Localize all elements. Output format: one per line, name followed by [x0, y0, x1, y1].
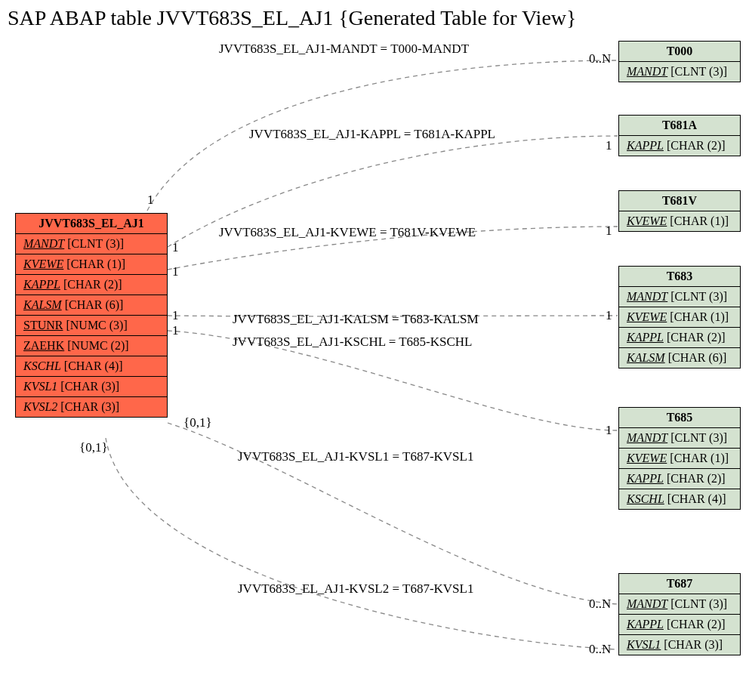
entity-t681a: T681A KAPPL [CHAR (2)] [618, 115, 741, 156]
field-row: KAPPL [CHAR (2)] [619, 136, 740, 156]
cardinality-label: 0..N [589, 642, 611, 657]
field-row: MANDT [CLNT (3)] [619, 428, 740, 449]
field-row: ZAEHK [NUMC (2)] [16, 336, 167, 356]
entity-t683: T683 MANDT [CLNT (3)] KVEWE [CHAR (1)] K… [618, 266, 741, 369]
entity-header: T687 [619, 574, 740, 594]
field-row: KAPPL [CHAR (2)] [619, 328, 740, 348]
relationship-label: JVVT683S_EL_AJ1-KVSL2 = T687-KVSL1 [238, 581, 473, 597]
field-row: KAPPL [CHAR (2)] [619, 469, 740, 489]
field-row: MANDT [CLNT (3)] [619, 62, 740, 82]
entity-header: T000 [619, 42, 740, 62]
relationship-label: JVVT683S_EL_AJ1-KVEWE = T681V-KVEWE [219, 225, 476, 240]
cardinality-label: 0..N [589, 597, 611, 612]
field-row: KALSM [CHAR (6)] [619, 348, 740, 368]
cardinality-label: 1 [172, 308, 179, 323]
field-row: KVEWE [CHAR (1)] [619, 211, 740, 231]
cardinality-label: 1 [172, 323, 179, 338]
relationship-label: JVVT683S_EL_AJ1-KAPPL = T681A-KAPPL [249, 127, 495, 142]
field-row: KSCHL [CHAR (4)] [619, 489, 740, 509]
field-row: KVEWE [CHAR (1)] [619, 449, 740, 469]
entity-main-header: JVVT683S_EL_AJ1 [16, 214, 167, 234]
field-row: KVEWE [CHAR (1)] [16, 254, 167, 275]
field-row: KALSM [CHAR (6)] [16, 295, 167, 316]
field-row: KAPPL [CHAR (2)] [619, 615, 740, 635]
entity-t000: T000 MANDT [CLNT (3)] [618, 41, 741, 82]
field-row: MANDT [CLNT (3)] [16, 234, 167, 254]
cardinality-label: 1 [606, 308, 612, 323]
field-row: KVEWE [CHAR (1)] [619, 307, 740, 328]
cardinality-label: 1 [606, 138, 612, 153]
field-row: KVSL2 [CHAR (3)] [16, 397, 167, 417]
cardinality-label: 0..N [589, 51, 611, 66]
relationship-label: JVVT683S_EL_AJ1-MANDT = T000-MANDT [219, 42, 469, 57]
field-row: MANDT [CLNT (3)] [619, 594, 740, 615]
entity-t687: T687 MANDT [CLNT (3)] KAPPL [CHAR (2)] K… [618, 573, 741, 655]
entity-header: T681A [619, 116, 740, 136]
entity-t685: T685 MANDT [CLNT (3)] KVEWE [CHAR (1)] K… [618, 407, 741, 510]
field-row: STUNR [NUMC (3)] [16, 316, 167, 336]
cardinality-label: 1 [172, 264, 179, 279]
cardinality-label: 1 [147, 193, 154, 208]
field-row: KAPPL [CHAR (2)] [16, 275, 167, 295]
field-row: KVSL1 [CHAR (3)] [619, 635, 740, 655]
entity-t681v: T681V KVEWE [CHAR (1)] [618, 190, 741, 232]
cardinality-label: 1 [606, 224, 612, 239]
cardinality-label: 1 [172, 240, 179, 255]
page-title: SAP ABAP table JVVT683S_EL_AJ1 {Generate… [8, 6, 576, 30]
field-row: MANDT [CLNT (3)] [619, 287, 740, 307]
entity-header: T685 [619, 408, 740, 428]
field-row: KVSL1 [CHAR (3)] [16, 377, 167, 397]
cardinality-label: 1 [606, 423, 612, 438]
relationship-label: JVVT683S_EL_AJ1-KALSM = T683-KALSM [233, 312, 479, 327]
entity-header: T681V [619, 191, 740, 211]
entity-header: T683 [619, 267, 740, 287]
relationship-label: JVVT683S_EL_AJ1-KVSL1 = T687-KVSL1 [238, 449, 473, 464]
relationship-label: JVVT683S_EL_AJ1-KSCHL = T685-KSCHL [233, 335, 473, 350]
cardinality-label: {0,1} [183, 415, 212, 430]
field-row: KSCHL [CHAR (4)] [16, 356, 167, 377]
cardinality-label: {0,1} [79, 440, 108, 455]
entity-main: JVVT683S_EL_AJ1 MANDT [CLNT (3)] KVEWE [… [15, 213, 168, 418]
